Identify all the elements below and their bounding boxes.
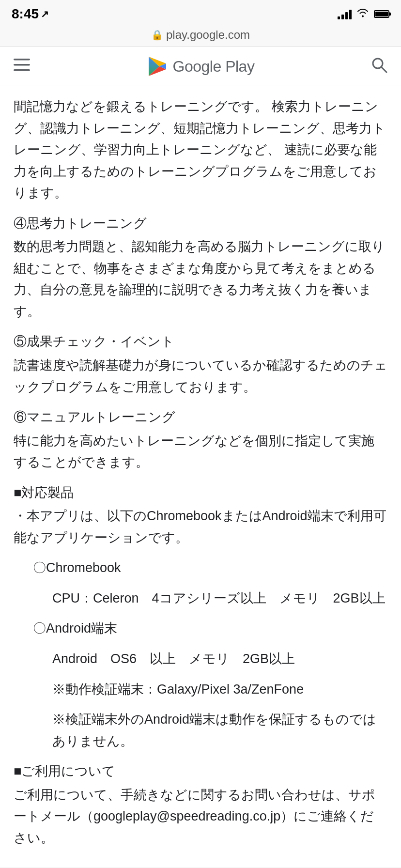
main-content: 間記憶力などを鍛えるトレーニングです。 検索力トレーニング、認識力トレーニング、… [0,86,401,867]
android-spec1: Android OS6 以上 メモリ 2GB以上 [52,648,387,670]
compat-body: ・本アプリは、以下のChromebookまたはAndroid端末で利用可能なアプ… [14,505,387,548]
url-display: 🔒 play.google.com [151,28,250,42]
app-header: Google Play [0,47,401,86]
hamburger-menu-icon[interactable] [14,59,30,75]
section5-body: 読書速度や読解基礎力が身についているか確認するためのチェックプログラムをご用意し… [14,355,387,398]
svg-rect-2 [14,69,30,71]
chromebook-label: 〇Chromebook [33,557,387,579]
wifi-icon [356,8,369,20]
android-label: 〇Android端末 [33,618,387,639]
chromebook-spec: CPU：Celeron 4コアシリーズ以上 メモリ 2GB以上 [33,588,387,609]
intro-text: 間記憶力などを鍛えるトレーニングです。 検索力トレーニング、認識力トレーニング、… [14,96,387,204]
svg-line-4 [381,67,386,72]
android-section: 〇Android端末 Android OS6 以上 メモリ 2GB以上 ※動作検… [14,618,387,752]
compat-title: ■対応製品 [14,482,387,504]
lock-icon: 🔒 [151,29,163,41]
play-store-icon [147,56,168,77]
signal-icon [338,9,352,19]
search-icon[interactable] [371,57,387,77]
section6-title: ⑥マニュアルトレーニング [14,406,387,428]
svg-rect-0 [14,59,30,61]
android-spec2: ※動作検証端末：Galaxy/Pixel 3a/ZenFone [52,679,387,700]
url-text: play.google.com [166,28,250,42]
chromebook-section: 〇Chromebook CPU：Celeron 4コアシリーズ以上 メモリ 2G… [14,557,387,609]
google-play-text: Google Play [173,58,255,76]
section4-body: 数的思考力問題と、認知能力を高める脳力トレーニングに取り組むことで、物事をさまざ… [14,236,387,322]
section5-title: ⑤成果チェック・イベント [14,331,387,353]
time-display: 8:45 [12,6,39,22]
location-arrow-icon: ↗ [41,8,49,20]
status-time: 8:45 ↗ [12,6,49,22]
chromebook-spec-text: CPU：Celeron 4コアシリーズ以上 メモリ 2GB以上 [52,588,387,609]
battery-icon [374,10,389,18]
section6: ⑥マニュアルトレーニング 特に能力を高めたいトレーニングなどを個別に指定して実施… [14,406,387,473]
google-play-logo: Google Play [147,56,255,77]
intro-paragraph: 間記憶力などを鍛えるトレーニングです。 検索力トレーニング、認識力トレーニング、… [14,96,387,204]
section6-body: 特に能力を高めたいトレーニングなどを個別に指定して実施することができます。 [14,430,387,473]
status-icons [338,8,389,20]
android-spec3: ※検証端末外のAndroid端末は動作を保証するものではありません。 [52,709,387,752]
svg-rect-1 [14,64,30,66]
compat-section: ■対応製品 ・本アプリは、以下のChromebookまたはAndroid端末で利… [14,482,387,752]
section4-title: ④思考力トレーニング [14,213,387,234]
section5: ⑤成果チェック・イベント 読書速度や読解基礎力が身についているか確認するためのチ… [14,331,387,398]
usage-section: ■ご利用について ご利用について、手続きなどに関するお問い合わせは、サポートメー… [14,760,387,849]
section4: ④思考力トレーニング 数的思考力問題と、認知能力を高める脳力トレーニングに取り組… [14,213,387,323]
status-bar: 8:45 ↗ [0,0,401,25]
url-bar[interactable]: 🔒 play.google.com [0,25,401,47]
usage-title: ■ご利用について [14,760,387,782]
usage-body: ご利用について、手続きなどに関するお問い合わせは、サポートメール（googlep… [14,784,387,849]
